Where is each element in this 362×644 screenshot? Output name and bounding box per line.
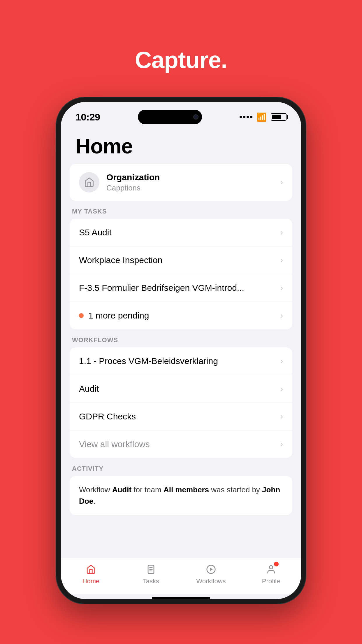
status-icons: 📶 bbox=[240, 112, 287, 122]
pending-chevron: › bbox=[280, 311, 283, 320]
activity-text-middle: for team bbox=[131, 485, 164, 494]
workflows-list: 1.1 - Proces VGM-Beleidsverklaring › Aud… bbox=[70, 347, 292, 458]
page-headline: Capture. bbox=[135, 47, 227, 74]
workflows-nav-icon bbox=[205, 563, 217, 576]
list-item-view-all[interactable]: View all workflows › bbox=[70, 430, 292, 458]
activity-workflow-name: Audit bbox=[112, 485, 131, 494]
list-item[interactable]: Workplace Inspection › bbox=[70, 246, 292, 274]
page-title: Home bbox=[75, 134, 287, 158]
nav-item-profile[interactable]: Profile bbox=[241, 563, 301, 585]
list-item[interactable]: 1.1 - Proces VGM-Beleidsverklaring › bbox=[70, 347, 292, 375]
phone-frame: 10:29 📶 Home bbox=[56, 97, 306, 604]
list-item[interactable]: F-3.5 Formulier Bedrifseigen VGM-introd.… bbox=[70, 274, 292, 302]
org-icon bbox=[79, 172, 99, 192]
building-icon bbox=[84, 177, 94, 188]
activity-label: ACTIVITY bbox=[70, 465, 292, 476]
workflows-label: WORKFLOWS bbox=[70, 336, 292, 347]
my-tasks-list: S5 Audit › Workplace Inspection › F-3.5 … bbox=[70, 219, 292, 329]
task-s5-audit: S5 Audit bbox=[79, 228, 280, 237]
battery-icon bbox=[271, 113, 287, 121]
task-formulier: F-3.5 Formulier Bedrifseigen VGM-introd.… bbox=[79, 283, 280, 293]
more-pending-label: 1 more pending bbox=[88, 311, 280, 321]
activity-text-end: was started by bbox=[209, 485, 262, 494]
svg-point-6 bbox=[269, 566, 273, 569]
list-item[interactable]: S5 Audit › bbox=[70, 219, 292, 246]
nav-item-home[interactable]: Home bbox=[61, 563, 121, 585]
home-nav-label: Home bbox=[82, 578, 100, 585]
activity-period: . bbox=[93, 497, 95, 505]
list-item[interactable]: GDPR Checks › bbox=[70, 403, 292, 430]
tasks-nav-label: Tasks bbox=[143, 578, 159, 585]
svg-marker-5 bbox=[210, 568, 213, 571]
activity-text: Workflow Audit for team All members was … bbox=[70, 476, 292, 515]
workflow-vgm-chevron: › bbox=[280, 356, 283, 366]
wifi-icon: 📶 bbox=[256, 112, 267, 122]
workflow-gdpr-chevron: › bbox=[280, 412, 283, 421]
camera-indicator bbox=[193, 114, 198, 120]
organization-card[interactable]: Organization Capptions › bbox=[70, 164, 292, 201]
list-item[interactable]: Audit › bbox=[70, 375, 292, 403]
activity-text-plain: Workflow bbox=[79, 485, 112, 494]
profile-badge bbox=[274, 562, 279, 566]
bottom-nav: Home Tasks bbox=[61, 558, 301, 594]
nav-item-tasks[interactable]: Tasks bbox=[121, 563, 181, 585]
workflows-nav-label: Workflows bbox=[196, 578, 226, 585]
home-header: Home bbox=[61, 125, 301, 164]
tasks-icon bbox=[146, 564, 156, 574]
profile-nav-icon bbox=[265, 563, 277, 576]
task-workplace-inspection: Workplace Inspection bbox=[79, 255, 280, 265]
my-tasks-label: MY TASKS bbox=[70, 208, 292, 219]
org-chevron: › bbox=[280, 178, 283, 187]
signal-icon bbox=[240, 116, 252, 118]
tasks-nav-icon bbox=[145, 563, 157, 576]
view-all-chevron: › bbox=[280, 440, 283, 449]
workflow-vgm: 1.1 - Proces VGM-Beleidsverklaring bbox=[79, 356, 280, 366]
content-area: Organization Capptions › MY TASKS S5 Aud… bbox=[61, 164, 301, 558]
task-workplace-chevron: › bbox=[280, 256, 283, 265]
home-icon bbox=[86, 564, 96, 574]
org-label: Organization bbox=[106, 172, 273, 182]
status-time: 10:29 bbox=[75, 111, 100, 123]
workflows-section: WORKFLOWS 1.1 - Proces VGM-Beleidsverkla… bbox=[70, 336, 292, 458]
workflow-gdpr: GDPR Checks bbox=[79, 412, 280, 421]
list-item-pending[interactable]: 1 more pending › bbox=[70, 302, 292, 329]
dynamic-island bbox=[138, 110, 202, 124]
my-tasks-section: MY TASKS S5 Audit › Workplace Inspection… bbox=[70, 208, 292, 329]
task-formulier-chevron: › bbox=[280, 283, 283, 293]
pending-dot bbox=[79, 313, 84, 318]
org-name: Capptions bbox=[106, 183, 273, 192]
phone-screen: 10:29 📶 Home bbox=[61, 102, 301, 599]
org-info: Organization Capptions bbox=[106, 172, 273, 192]
view-all-workflows: View all workflows bbox=[79, 439, 280, 449]
task-s5-chevron: › bbox=[280, 228, 283, 237]
home-indicator bbox=[152, 597, 210, 599]
status-bar: 10:29 📶 bbox=[61, 102, 301, 125]
workflow-audit-chevron: › bbox=[280, 384, 283, 393]
workflows-icon bbox=[206, 564, 216, 574]
home-nav-icon bbox=[85, 563, 97, 576]
workflow-audit: Audit bbox=[79, 384, 280, 394]
profile-nav-label: Profile bbox=[262, 578, 280, 585]
activity-section: ACTIVITY Workflow Audit for team All mem… bbox=[70, 465, 292, 515]
nav-item-workflows[interactable]: Workflows bbox=[181, 563, 241, 585]
activity-team-name: All members bbox=[164, 485, 209, 494]
